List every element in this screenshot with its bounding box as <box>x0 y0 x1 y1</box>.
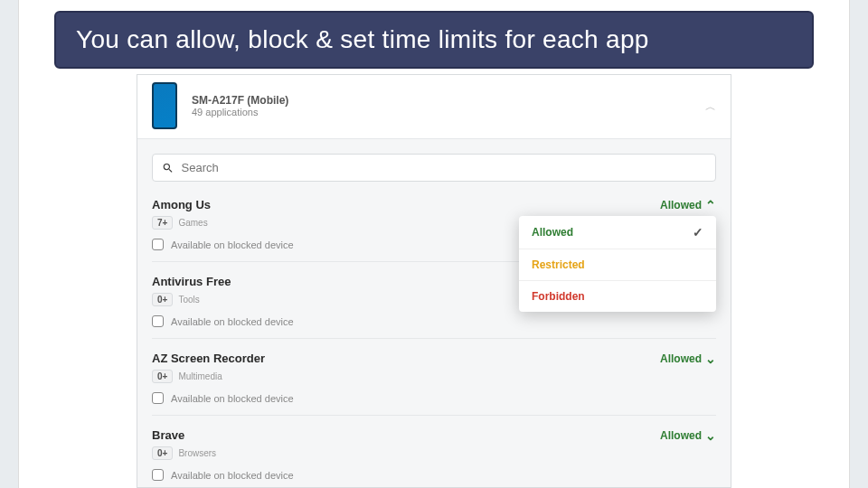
device-app-count: 49 applications <box>192 107 288 117</box>
status-label: Allowed <box>660 199 702 211</box>
chevron-down-icon: ⌄ <box>705 429 716 442</box>
dropdown-option-restricted[interactable]: Restricted <box>519 249 716 281</box>
app-name: Antivirus Free <box>152 275 231 288</box>
chevron-up-icon: ⌃ <box>705 199 716 211</box>
app-category: Multimedia <box>178 371 222 381</box>
checkbox-label: Available on blocked device <box>171 239 294 250</box>
blocked-device-checkbox[interactable] <box>152 392 164 404</box>
app-name: Brave <box>152 428 184 442</box>
check-icon: ✓ <box>693 225 703 239</box>
device-header[interactable]: SM-A217F (Mobile) 49 applications ︿ <box>137 75 731 139</box>
blocked-device-checkbox[interactable] <box>152 315 164 327</box>
checkbox-label: Available on blocked device <box>171 393 294 404</box>
status-dropdown-trigger[interactable]: Allowed ⌃ <box>660 199 716 211</box>
status-dropdown-menu: Allowed ✓ Restricted Forbidden <box>519 216 716 312</box>
apps-content: Among Us Allowed ⌃ 7+ Games Available on… <box>137 139 731 488</box>
page-frame: SM-A217F (Mobile) 49 applications ︿ Amon… <box>18 0 850 488</box>
dropdown-option-forbidden[interactable]: Forbidden <box>519 281 716 312</box>
age-badge: 7+ <box>152 216 173 230</box>
app-name: AZ Screen Recorder <box>152 352 265 365</box>
app-category: Games <box>178 218 207 228</box>
search-input-wrapper[interactable] <box>152 154 716 182</box>
age-badge: 0+ <box>152 370 173 383</box>
blocked-device-checkbox[interactable] <box>152 469 164 481</box>
status-dropdown-trigger[interactable]: Allowed ⌄ <box>660 352 716 365</box>
chevron-up-icon[interactable]: ︿ <box>705 99 716 115</box>
blocked-device-checkbox[interactable] <box>152 239 164 250</box>
apps-panel: SM-A217F (Mobile) 49 applications ︿ Amon… <box>137 74 731 488</box>
dropdown-option-allowed[interactable]: Allowed ✓ <box>519 216 716 249</box>
status-label: Allowed <box>660 429 702 442</box>
caption-banner: You can allow, block & set time limits f… <box>54 11 814 69</box>
app-row: Among Us Allowed ⌃ 7+ Games Available on… <box>152 198 716 262</box>
device-info: SM-A217F (Mobile) 49 applications <box>192 94 288 117</box>
status-label: Allowed <box>660 352 702 365</box>
age-badge: 0+ <box>152 293 173 306</box>
device-model: SM-A217F (Mobile) <box>192 94 288 107</box>
checkbox-label: Available on blocked device <box>171 316 294 327</box>
checkbox-label: Available on blocked device <box>171 470 294 481</box>
chevron-down-icon: ⌄ <box>705 352 716 365</box>
app-row: Brave Allowed ⌄ 0+ Browsers Available on… <box>152 428 716 488</box>
age-badge: 0+ <box>152 446 173 460</box>
app-name: Among Us <box>152 198 211 211</box>
search-input[interactable] <box>182 161 707 174</box>
search-icon <box>162 162 175 174</box>
status-dropdown-trigger[interactable]: Allowed ⌄ <box>660 429 716 442</box>
app-category: Browsers <box>178 448 216 458</box>
app-category: Tools <box>178 295 199 305</box>
device-thumbnail <box>152 82 177 129</box>
app-row: AZ Screen Recorder Allowed ⌄ 0+ Multimed… <box>152 352 716 416</box>
